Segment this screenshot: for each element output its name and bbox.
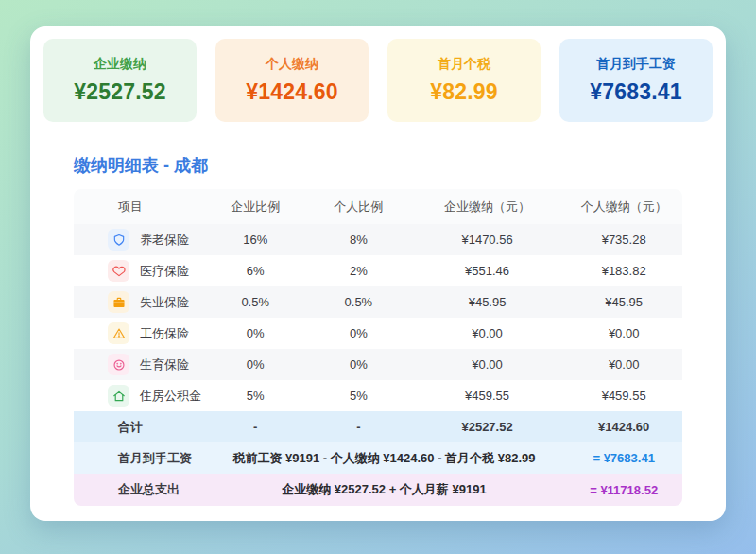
total-company-amount: ¥2527.52 bbox=[409, 411, 566, 442]
personal-amount-cell: ¥0.00 bbox=[565, 349, 682, 380]
company-contribution-value: ¥2527.52 bbox=[74, 79, 166, 105]
company-amount-cell: ¥551.46 bbox=[409, 255, 566, 286]
company-contribution-card: 企业缴纳 ¥2527.52 bbox=[43, 39, 197, 122]
contribution-detail-table: 项目 企业比例 个人比例 企业缴纳（元） 个人缴纳（元） 养老保险 bbox=[74, 189, 682, 506]
personal-contribution-label: 个人缴纳 bbox=[266, 56, 318, 73]
company-total-label: 企业总支出 bbox=[74, 474, 203, 506]
company-rate-cell: 0% bbox=[203, 349, 308, 380]
total-personal-rate: - bbox=[308, 411, 409, 442]
net-salary-row: 首月到手工资 税前工资 ¥9191 - 个人缴纳 ¥1424.60 - 首月个税… bbox=[74, 442, 682, 474]
personal-amount-cell: ¥183.82 bbox=[565, 255, 682, 286]
personal-rate-cell: 8% bbox=[308, 224, 409, 255]
company-amount-cell: ¥45.95 bbox=[409, 286, 566, 318]
net-salary-formula: 税前工资 ¥9191 - 个人缴纳 ¥1424.60 - 首月个税 ¥82.99 bbox=[203, 442, 566, 474]
company-rate-cell: 5% bbox=[203, 380, 308, 411]
total-personal-amount: ¥1424.60 bbox=[565, 411, 682, 442]
briefcase-icon bbox=[108, 291, 129, 313]
company-amount-cell: ¥0.00 bbox=[409, 349, 566, 380]
table-row-medical: 医疗保险 6% 2% ¥551.46 ¥183.82 bbox=[74, 255, 682, 286]
personal-amount-cell: ¥0.00 bbox=[565, 318, 682, 349]
company-total-formula: 企业缴纳 ¥2527.52 + 个人月薪 ¥9191 bbox=[203, 474, 566, 506]
table-row-pension: 养老保险 16% 8% ¥1470.56 ¥735.28 bbox=[74, 224, 682, 255]
net-salary-value: ¥7683.41 bbox=[590, 79, 682, 105]
item-label: 失业保险 bbox=[140, 294, 189, 311]
item-label: 工伤保险 bbox=[140, 325, 189, 342]
personal-amount-cell: ¥459.55 bbox=[565, 380, 682, 411]
company-rate-cell: 0.5% bbox=[203, 286, 308, 318]
company-amount-cell: ¥1470.56 bbox=[409, 224, 566, 255]
table-header-row: 项目 企业比例 个人比例 企业缴纳（元） 个人缴纳（元） bbox=[74, 189, 682, 224]
personal-rate-cell: 0% bbox=[308, 318, 409, 349]
table-row-housing-fund: 住房公积金 5% 5% ¥459.55 ¥459.55 bbox=[74, 380, 682, 411]
company-amount-cell: ¥0.00 bbox=[409, 318, 566, 349]
home-icon bbox=[108, 385, 129, 407]
first-month-tax-value: ¥82.99 bbox=[430, 79, 498, 105]
net-salary-row-label: 首月到手工资 bbox=[74, 442, 203, 474]
table-row-maternity: 生育保险 0% 0% ¥0.00 ¥0.00 bbox=[74, 349, 682, 380]
personal-rate-cell: 0% bbox=[308, 349, 409, 380]
header-company-amount: 企业缴纳（元） bbox=[409, 189, 566, 224]
personal-rate-cell: 2% bbox=[308, 255, 409, 286]
warning-triangle-icon bbox=[108, 322, 129, 344]
header-personal-amount: 个人缴纳（元） bbox=[565, 189, 682, 224]
net-salary-card: 首月到手工资 ¥7683.41 bbox=[559, 39, 713, 122]
first-month-tax-label: 首月个税 bbox=[438, 56, 490, 73]
company-rate-cell: 6% bbox=[203, 255, 308, 286]
company-total-result: = ¥11718.52 bbox=[565, 474, 682, 506]
company-rate-cell: 0% bbox=[203, 318, 308, 349]
summary-cards-row: 企业缴纳 ¥2527.52 个人缴纳 ¥1424.60 首月个税 ¥82.99 … bbox=[43, 39, 713, 122]
item-label: 医疗保险 bbox=[140, 263, 189, 280]
personal-amount-cell: ¥45.95 bbox=[565, 286, 682, 318]
heart-icon bbox=[108, 260, 129, 282]
item-label: 生育保险 bbox=[140, 356, 189, 373]
header-personal-rate: 个人比例 bbox=[308, 189, 409, 224]
total-row: 合计 - - ¥2527.52 ¥1424.60 bbox=[74, 411, 682, 442]
header-company-rate: 企业比例 bbox=[203, 189, 308, 224]
company-total-row: 企业总支出 企业缴纳 ¥2527.52 + 个人月薪 ¥9191 = ¥1171… bbox=[74, 474, 682, 506]
item-label: 住房公积金 bbox=[140, 388, 201, 405]
company-rate-cell: 16% bbox=[203, 224, 308, 255]
calculator-result-card: 企业缴纳 ¥2527.52 个人缴纳 ¥1424.60 首月个税 ¥82.99 … bbox=[30, 26, 726, 521]
company-contribution-label: 企业缴纳 bbox=[94, 56, 146, 73]
personal-amount-cell: ¥735.28 bbox=[565, 224, 682, 255]
total-company-rate: - bbox=[203, 411, 308, 442]
shield-icon bbox=[108, 229, 129, 251]
header-item: 项目 bbox=[74, 189, 203, 224]
table-row-injury: 工伤保险 0% 0% ¥0.00 ¥0.00 bbox=[74, 318, 682, 349]
smiley-face-icon bbox=[108, 354, 129, 375]
personal-contribution-value: ¥1424.60 bbox=[246, 79, 338, 105]
item-label: 养老保险 bbox=[140, 232, 189, 249]
first-month-tax-card: 首月个税 ¥82.99 bbox=[387, 39, 541, 122]
company-amount-cell: ¥459.55 bbox=[409, 380, 566, 411]
table-row-unemployment: 失业保险 0.5% 0.5% ¥45.95 ¥45.95 bbox=[74, 286, 682, 318]
personal-rate-cell: 5% bbox=[308, 380, 409, 411]
net-salary-label: 首月到手工资 bbox=[596, 56, 676, 73]
total-label: 合计 bbox=[74, 411, 203, 442]
net-salary-result: = ¥7683.41 bbox=[565, 442, 682, 474]
personal-contribution-card: 个人缴纳 ¥1424.60 bbox=[215, 39, 369, 122]
personal-rate-cell: 0.5% bbox=[308, 286, 409, 318]
section-title: 缴纳明细表 - 成都 bbox=[74, 154, 713, 177]
